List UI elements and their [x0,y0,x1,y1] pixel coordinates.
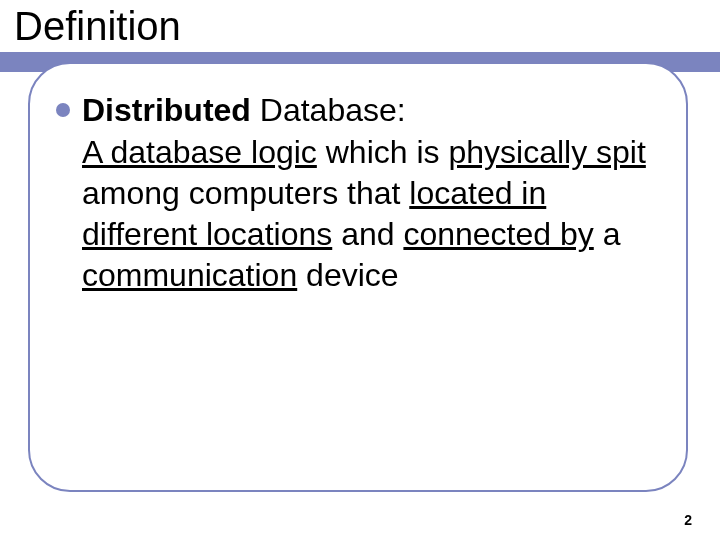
slide-title: Definition [14,4,181,49]
def-seg1: A database logic [82,134,317,170]
def-seg6: and [332,216,403,252]
def-seg9: communication [82,257,297,293]
def-seg3: physically spit [448,134,645,170]
content-inner: Distributed Database: A database logic w… [30,64,686,316]
content-frame: Distributed Database: A database logic w… [28,62,688,492]
def-seg4: among computers that [82,175,409,211]
def-seg2: which is [317,134,449,170]
bullet-block: Distributed Database: A database logic w… [82,90,646,296]
def-seg10: device [297,257,398,293]
page-number: 2 [684,512,692,528]
term-line: Distributed Database: [82,90,646,130]
def-seg8: a [594,216,621,252]
term-bold: Distributed [82,92,251,128]
def-seg7: connected by [403,216,593,252]
bullet-icon [56,103,70,117]
term-rest: Database: [251,92,406,128]
definition-text: A database logic which is physically spi… [82,132,646,296]
